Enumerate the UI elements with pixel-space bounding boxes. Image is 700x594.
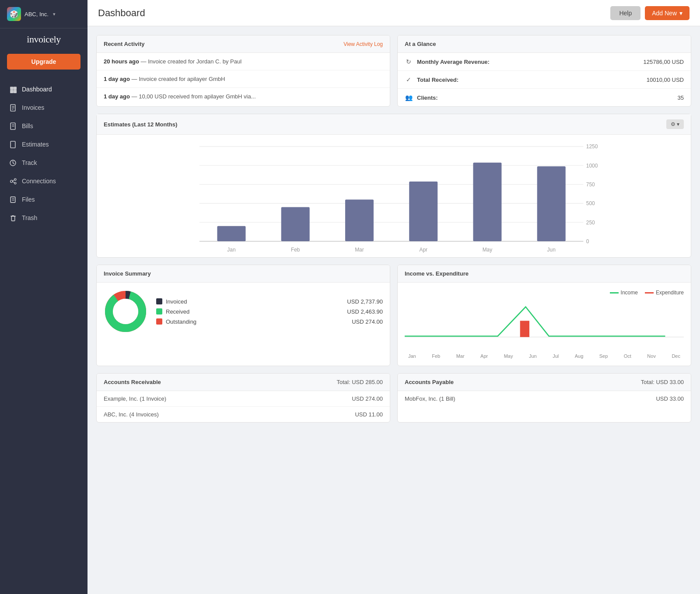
activity-item: 20 hours ago — Invoice created for Jorda… <box>97 53 390 70</box>
svg-point-17 <box>14 182 16 184</box>
topbar: Dashboard Help Add New ▾ <box>88 0 700 26</box>
svg-text:Apr: Apr <box>419 247 427 253</box>
svg-line-19 <box>12 182 14 183</box>
svg-text:Mar: Mar <box>355 247 364 253</box>
svg-text:1000: 1000 <box>586 163 598 169</box>
legend-value-invoiced: USD 2,737.90 <box>347 298 383 305</box>
row-3: Invoice Summary Invoiced USD 2,737.90 Re… <box>96 265 691 366</box>
accounts-receivable-card: Accounts Receivable Total: USD 285.00 Ex… <box>96 373 390 423</box>
svg-rect-0 <box>10 87 13 90</box>
income-month-label: Feb <box>432 353 440 359</box>
income-month-label: Apr <box>480 353 488 359</box>
income-month-label: Aug <box>575 353 584 359</box>
invoice-summary-header: Invoice Summary <box>97 265 390 283</box>
svg-rect-39 <box>217 226 245 241</box>
at-a-glance-list: ↻ Monthly Average Revenue: 125786,00 USD… <box>398 53 691 106</box>
glance-item-received: ✓ Total Received: 10010,00 USD <box>398 71 691 89</box>
bills-nav-icon <box>9 122 17 130</box>
help-button[interactable]: Help <box>610 6 640 20</box>
accounts-receivable-row: ABC, Inc. (4 Invoices)USD 11.00 <box>97 407 390 422</box>
main-content: Dashboard Help Add New ▾ Recent Activity… <box>88 0 700 594</box>
legend-label-outstanding: Outstanding <box>166 318 348 325</box>
donut-chart <box>104 290 147 333</box>
sidebar-label-connections: Connections <box>22 178 56 185</box>
svg-text:750: 750 <box>586 182 595 188</box>
estimates-bar-chart: 125010007505002500JanFebMarAprMayJun <box>104 142 684 255</box>
chart-settings-button[interactable]: ⚙ ▾ <box>666 119 684 129</box>
svg-text:Feb: Feb <box>291 247 300 253</box>
sidebar-item-trash[interactable]: Trash <box>0 209 88 227</box>
company-dropdown-icon[interactable]: ▾ <box>53 11 56 17</box>
add-new-button[interactable]: Add New ▾ <box>645 6 690 20</box>
accounts-receivable-row: Example, Inc. (1 Invoice)USD 274.00 <box>97 391 390 407</box>
svg-point-15 <box>10 180 12 182</box>
company-name: ABC, Inc. <box>24 11 49 17</box>
income-expenditure-card: Income vs. Expenditure Income Expenditur… <box>397 265 691 366</box>
sidebar-item-track[interactable]: Track <box>0 154 88 172</box>
sidebar-item-files[interactable]: Files <box>0 190 88 209</box>
income-legend-income: Income <box>610 290 638 296</box>
glance-revenue-icon: ↻ <box>405 58 413 65</box>
sidebar-item-invoices[interactable]: Invoices <box>0 98 88 117</box>
accounts-payable-title: Accounts Payable <box>405 379 454 385</box>
svg-rect-43 <box>345 199 374 241</box>
activity-text: — Invoice created for apilayer GmbH <box>130 76 225 82</box>
legend-item-received: Received USD 2,463.90 <box>156 308 383 315</box>
svg-rect-23 <box>11 216 14 221</box>
income-expenditure-header: Income vs. Expenditure <box>398 265 691 283</box>
page-title: Dashboard <box>98 7 145 19</box>
glance-item-revenue: ↻ Monthly Average Revenue: 125786,00 USD <box>398 53 691 71</box>
at-a-glance-title: At a Glance <box>405 41 436 47</box>
svg-rect-2 <box>10 90 13 93</box>
sidebar-item-estimates[interactable]: Estimates <box>0 135 88 154</box>
activity-time: 1 day ago <box>104 93 130 100</box>
connections-nav-icon <box>9 177 17 185</box>
legend-label-invoiced: Invoiced <box>166 298 343 305</box>
svg-rect-41 <box>281 207 310 241</box>
income-line-color-expenditure <box>645 292 654 294</box>
invoice-summary-body: Invoiced USD 2,737.90 Received USD 2,463… <box>97 283 390 340</box>
svg-text:500: 500 <box>586 200 595 206</box>
legend-label-received: Received <box>166 308 343 315</box>
income-legend-expenditure: Expenditure <box>645 290 684 296</box>
estimates-chart-header: Estimates (Last 12 Months) ⚙ ▾ <box>97 114 691 135</box>
view-activity-log-link[interactable]: View Activity Log <box>343 41 383 47</box>
svg-text:1250: 1250 <box>586 143 598 150</box>
glance-received-label: Total Received: <box>417 77 642 83</box>
row-4: Accounts Receivable Total: USD 285.00 Ex… <box>96 373 691 423</box>
svg-rect-47 <box>473 163 501 241</box>
accounts-payable-card: Accounts Payable Total: USD 33.00 MobFox… <box>397 373 691 423</box>
legend-color-outstanding <box>156 318 162 325</box>
sidebar-item-dashboard[interactable]: Dashboard <box>0 80 88 98</box>
accounts-payable-row: MobFox, Inc. (1 Bill)USD 33.00 <box>398 391 691 406</box>
accounts-receivable-title: Accounts Receivable <box>104 379 161 385</box>
income-month-label: Jun <box>529 353 537 359</box>
app-logo-icon: 🎲 <box>7 7 21 21</box>
svg-rect-3 <box>13 90 16 93</box>
income-chart-legend: Income Expenditure <box>405 290 684 296</box>
accounts-receivable-total: Total: USD 285.00 <box>336 379 383 385</box>
sidebar-item-bills[interactable]: Bills <box>0 117 88 135</box>
svg-line-14 <box>13 163 14 164</box>
income-chart-months: JanFebMarAprMayJunJulAugSepOctNovDec <box>405 352 684 359</box>
accounts-payable-rows: MobFox, Inc. (1 Bill)USD 33.00 <box>398 391 691 406</box>
svg-line-18 <box>12 180 14 181</box>
ar-row-name: Example, Inc. (1 Invoice) <box>104 395 166 402</box>
accounts-payable-header: Accounts Payable Total: USD 33.00 <box>398 374 691 391</box>
svg-rect-20 <box>10 197 15 203</box>
app-name-logo: invoicely <box>7 34 80 45</box>
trash-nav-icon <box>9 214 17 222</box>
invoice-summary-card: Invoice Summary Invoiced USD 2,737.90 Re… <box>96 265 390 366</box>
row-1: Recent Activity View Activity Log 20 hou… <box>96 35 691 107</box>
income-month-label: Jan <box>408 353 416 359</box>
upgrade-button[interactable]: Upgrade <box>7 54 80 70</box>
income-month-label: Sep <box>599 353 608 359</box>
legend-value-received: USD 2,463.90 <box>347 308 383 315</box>
income-month-label: Mar <box>456 353 465 359</box>
sidebar-item-connections[interactable]: Connections <box>0 172 88 190</box>
income-month-label: Jul <box>553 353 559 359</box>
svg-rect-1 <box>13 87 16 90</box>
dashboard-content: Recent Activity View Activity Log 20 hou… <box>88 26 700 431</box>
income-month-label: May <box>504 353 513 359</box>
income-line-color-income <box>610 292 619 294</box>
